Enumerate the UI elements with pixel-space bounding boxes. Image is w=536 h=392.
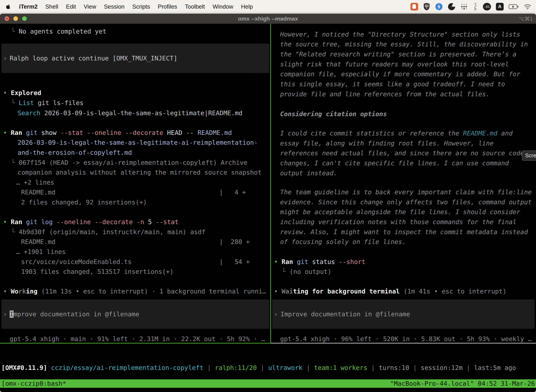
text-segment: [OMX#0.11.9] <box>1 364 47 371</box>
keypad-shield-icon[interactable] <box>423 3 430 11</box>
text-segment: Ran <box>11 218 26 225</box>
reasoning-paragraph: The team guideline is to back every impo… <box>280 187 531 197</box>
squiggle-icon[interactable] <box>473 2 478 11</box>
screen-overlay-button[interactable]: Scre <box>522 150 536 161</box>
recording-indicator-icon[interactable] <box>411 3 418 10</box>
text-segment: of focusing solely on file lines. <box>280 238 406 245</box>
input-prompt-chevron: › <box>274 309 278 319</box>
dots-grid-icon[interactable] <box>460 3 468 10</box>
text-segment: └ <box>11 99 19 107</box>
diffstat-summary-line: 1903 files changed, 513517 insertions(+) <box>21 267 174 277</box>
text-segment: 5 <box>148 218 156 225</box>
reasoning-paragraph: I could cite commit statistics or refere… <box>280 128 513 138</box>
working-status-line: • Working (11m 13s • esc to interrupt) ·… <box>3 286 266 296</box>
text-segment: … +1901 lines <box>16 248 66 255</box>
tmux-horizontal-border-inactive <box>271 343 536 344</box>
menu-shell[interactable]: Shell <box>45 3 58 10</box>
omx-supervisor-status-line: [OMX#0.11.9] cczip/essay/ai-reimplementa… <box>1 363 516 373</box>
reasoning-paragraph: However, I noticed the "Directory Struct… <box>280 29 520 39</box>
text-segment: └ <box>282 268 289 275</box>
terminal-content: › Ralph loop active continue [OMX_TMUX_I… <box>0 24 536 356</box>
right-agent-pane[interactable]: › Improve documentation in @filename How… <box>271 24 536 343</box>
text-segment: team:1 workers <box>314 364 367 371</box>
menu-app-name[interactable]: iTerm2 <box>19 3 38 10</box>
input-prompt-chevron: › <box>3 309 7 319</box>
text-segment: Ran <box>11 129 26 136</box>
window-shortcut-badge: ⌥⌘1 <box>519 14 533 24</box>
truncation-line: … +1901 lines <box>16 247 66 257</box>
commit-line: └ 067f154 (HEAD -> essay/ai-reimplementa… <box>11 158 247 168</box>
menu-view[interactable]: View <box>84 3 96 10</box>
explored-list-line: └ List git ls-files <box>11 98 84 108</box>
text-segment: └ <box>11 28 19 35</box>
text-segment: git <box>297 258 312 265</box>
reasoning-paragraph: references need actual files, and since … <box>280 148 524 158</box>
text-segment: review. Also, I might want to inspect th… <box>280 228 528 236</box>
reasoning-paragraph: slight risk that future readers may over… <box>280 59 509 69</box>
window-title-bar[interactable]: omx --xhigh --madmax ⌥⌘1 <box>0 14 536 24</box>
reasoning-heading: Considering citation options <box>280 109 387 119</box>
text-segment: README.md | 4 + <box>21 189 246 196</box>
text-segment: HEAD <box>167 129 186 136</box>
menu-toolbelt[interactable]: Toolbelt <box>185 3 205 10</box>
text-segment: --stat <box>156 218 178 225</box>
model-status-line: gpt-5.4 xhigh · main · 91% left · 2.31M … <box>10 334 265 344</box>
right-prompt-input[interactable]: › Improve documentation in @filename <box>272 299 535 329</box>
agents-note-line: └ No agents completed yet <box>11 26 106 36</box>
wifi-icon[interactable] <box>524 4 531 10</box>
text-segment: references need actual files, and since … <box>280 149 524 157</box>
text-segment: essay file, along with finding root file… <box>280 140 494 147</box>
text-segment: | <box>203 364 215 371</box>
no-output-line: └ (no output) <box>282 267 331 277</box>
battery-icon[interactable] <box>509 4 519 9</box>
banner-text: Ralph loop active continue [OMX_TMUX_INJ… <box>10 53 177 63</box>
tmux-session-window-label[interactable]: [omx-cczip0:bash* <box>1 379 66 388</box>
menu-session[interactable]: Session <box>104 3 124 10</box>
waiting-status-line: • Waiting for background terminal (1m 41… <box>274 286 507 296</box>
macos-menu-bar: iTerm2 Shell Edit View Session Scripts P… <box>0 0 536 13</box>
text-segment: • <box>3 218 11 225</box>
reasoning-paragraph: the "Related research writing" section i… <box>280 49 517 59</box>
model-status-line: gpt-5.4 xhigh · 96% left · 520K in · 5.8… <box>280 334 531 344</box>
menu-edit[interactable]: Edit <box>66 3 76 10</box>
text-segment: • <box>3 129 11 136</box>
text-segment: Explored <box>11 89 41 96</box>
text-cursor: I <box>10 311 14 318</box>
screen: iTerm2 Shell Edit View Session Scripts P… <box>0 0 536 392</box>
text-segment: README.md <box>463 130 497 137</box>
text-segment: | <box>409 364 421 371</box>
text-segment: 067f154 (HEAD -> essay/ai-reimplementati… <box>19 159 247 166</box>
menu-profiles[interactable]: Profiles <box>158 3 177 10</box>
left-prompt-input[interactable]: › Improve documentation in @filename <box>1 299 269 329</box>
text-segment: slight risk that future readers may over… <box>280 61 509 68</box>
reasoning-paragraph: output instead. <box>280 168 337 178</box>
filename-line: and-the-erosion-of-copyleft.md <box>18 148 132 158</box>
input-text-rest: mprove documentation in @filename <box>14 311 139 318</box>
apple-menu-icon[interactable] <box>5 3 11 10</box>
diffstat-summary-line: 2 files changed, 92 insertions(+) <box>21 197 147 207</box>
menu-help[interactable]: Help <box>241 3 253 10</box>
text-segment: --oneline <box>57 218 95 225</box>
text-segment: | <box>463 364 474 371</box>
text-segment: └ <box>11 159 19 166</box>
sync-bolt-icon[interactable] <box>435 3 443 10</box>
badge-61-icon[interactable]: ..61 <box>483 3 491 10</box>
explored-header: • Explored <box>3 88 41 98</box>
input-source-icon[interactable]: A <box>496 3 504 10</box>
text-segment: -n <box>137 218 148 225</box>
menu-window[interactable]: Window <box>213 3 233 10</box>
left-agent-pane[interactable]: › Ralph loop active continue [OMX_TMUX_I… <box>0 24 271 343</box>
text-segment: --short <box>339 258 365 265</box>
diffstat-line: README.md | 280 + <box>21 237 250 247</box>
text-segment: provide file and line references from th… <box>280 90 490 98</box>
text-segment: companion analysis without altering the … <box>18 169 262 176</box>
reasoning-paragraph: provide file and line references from th… <box>280 89 490 99</box>
text-segment: output instead. <box>280 169 337 177</box>
menu-scripts[interactable]: Scripts <box>132 3 150 10</box>
tmux-vertical-pane-border[interactable] <box>270 24 271 343</box>
reasoning-paragraph: essay file, along with finding root file… <box>280 138 494 148</box>
text-segment: Wo <box>11 288 18 295</box>
text-segment: • <box>3 89 11 96</box>
pie-icon[interactable] <box>448 3 455 10</box>
reasoning-paragraph: the source tree, missing the essay. Stil… <box>280 39 528 49</box>
